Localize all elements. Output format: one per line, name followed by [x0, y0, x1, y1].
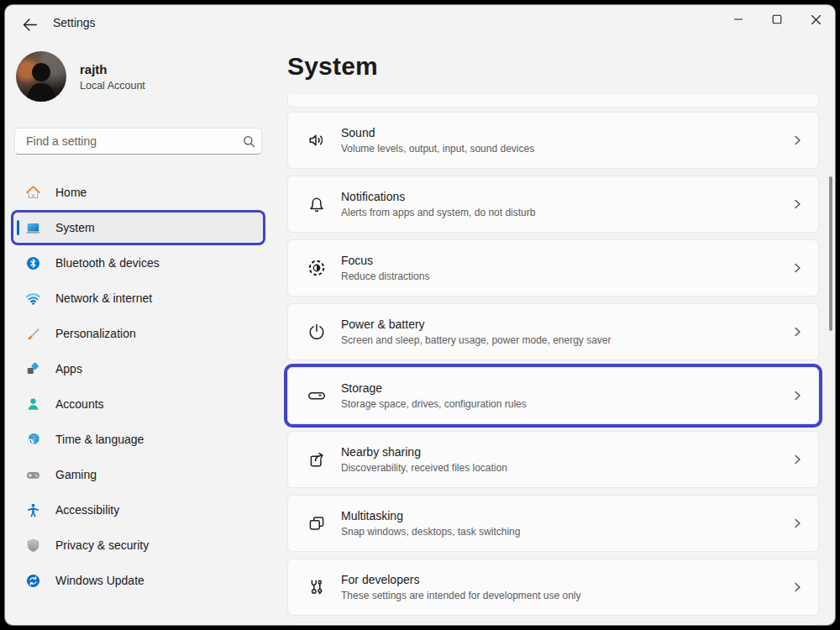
bluetooth-icon [25, 255, 41, 271]
sidebar-item-label: Privacy & security [55, 538, 149, 552]
accessibility-icon [25, 502, 41, 518]
minimize-button[interactable] [719, 5, 758, 34]
sidebar-item-personalization[interactable]: Personalization [13, 318, 263, 349]
card-focus[interactable]: FocusReduce distractions [287, 239, 819, 297]
title-bar: Settings [5, 5, 835, 42]
sidebar-item-apps[interactable]: Apps [13, 354, 263, 384]
sound-icon [306, 129, 328, 151]
account-type: Local Account [80, 80, 145, 92]
home-icon [25, 185, 41, 201]
sidebar-item-home[interactable]: Home [13, 177, 263, 207]
multitasking-icon [306, 512, 328, 534]
accounts-icon [25, 396, 41, 412]
card-storage[interactable]: StorageStorage space, drives, configurat… [287, 367, 819, 424]
card-for-developers[interactable]: For developersThese settings are intende… [287, 559, 819, 616]
time-language-icon [25, 432, 41, 448]
sidebar-item-time-language[interactable]: Time & language [13, 424, 263, 454]
power-icon [306, 321, 328, 343]
sidebar-item-privacy-security[interactable]: Privacy & security [13, 530, 263, 560]
sidebar-item-label: System [55, 221, 95, 234]
minimize-icon [733, 14, 743, 24]
network-icon [25, 291, 41, 307]
sidebar-item-label: Time & language [55, 433, 144, 446]
sidebar-item-system[interactable]: System [13, 213, 263, 243]
sidebar-item-accounts[interactable]: Accounts [13, 389, 263, 419]
system-icon [25, 220, 41, 236]
sidebar-item-label: Network & internet [55, 291, 152, 305]
window-controls [719, 5, 835, 34]
sidebar-item-label: Gaming [55, 468, 97, 481]
chevron-right-icon [791, 198, 803, 210]
app-title: Settings [53, 16, 96, 29]
personalization-icon [25, 326, 41, 342]
card-subtitle: Volume levels, output, input, sound devi… [341, 143, 791, 155]
sidebar-item-label: Bluetooth & devices [55, 256, 160, 270]
card-title: Power & battery [341, 318, 791, 331]
card-subtitle: Screen and sleep, battery usage, power m… [341, 334, 791, 346]
privacy-security-icon [25, 538, 41, 554]
account-name: rajth [80, 62, 145, 76]
avatar-silhouette [16, 51, 66, 102]
page-title: System [287, 52, 378, 81]
selection-pill [17, 220, 19, 235]
developers-icon [306, 576, 328, 598]
card-notifications[interactable]: NotificationsAlerts from apps and system… [287, 176, 819, 233]
vertical-scrollbar[interactable] [829, 176, 832, 331]
nearby-sharing-icon [306, 449, 328, 470]
sidebar-item-bluetooth-devices[interactable]: Bluetooth & devices [13, 248, 263, 278]
close-button[interactable] [796, 5, 835, 34]
avatar [16, 51, 66, 102]
card-multitasking[interactable]: MultitaskingSnap windows, desktops, task… [287, 495, 819, 552]
notifications-icon [306, 193, 328, 215]
card-title: For developers [341, 573, 791, 586]
card-nearby-sharing[interactable]: Nearby sharingDiscoverability, received … [287, 431, 819, 488]
card-subtitle: Reduce distractions [341, 270, 791, 282]
card-power-battery[interactable]: Power & batteryScreen and sleep, battery… [287, 303, 819, 360]
sidebar-item-gaming[interactable]: Gaming [13, 459, 263, 490]
card-partial-above[interactable] [287, 94, 819, 108]
sidebar-item-label: Accounts [55, 397, 104, 411]
back-button[interactable] [16, 14, 43, 34]
sidebar-item-label: Apps [55, 362, 82, 375]
apps-icon [25, 361, 41, 377]
sidebar-item-label: Personalization [55, 327, 136, 340]
close-icon [811, 14, 822, 25]
card-title: Nearby sharing [341, 445, 791, 459]
chevron-right-icon [791, 517, 803, 529]
search-icon [243, 135, 255, 148]
settings-card-list: SoundVolume levels, output, input, sound… [287, 94, 819, 625]
account-text: rajth Local Account [80, 62, 145, 92]
card-sound[interactable]: SoundVolume levels, output, input, sound… [287, 112, 819, 169]
chevron-right-icon [791, 326, 803, 338]
search-box [14, 128, 262, 155]
chevron-right-icon [791, 134, 803, 146]
account-row[interactable]: rajth Local Account [16, 51, 268, 102]
card-subtitle: These settings are intended for developm… [341, 590, 791, 601]
chevron-right-icon [791, 581, 803, 593]
card-title: Multitasking [341, 509, 791, 522]
card-title: Focus [341, 254, 791, 267]
chevron-right-icon [791, 454, 803, 465]
card-subtitle: Discoverability, received files location [341, 462, 791, 474]
card-subtitle: Storage space, drives, configuration rul… [341, 398, 791, 410]
sidebar-item-label: Home [55, 186, 87, 199]
card-title: Storage [341, 381, 791, 395]
sidebar-item-label: Windows Update [55, 574, 144, 587]
settings-window: Settings rajth Local Account [5, 5, 835, 625]
storage-icon [306, 385, 328, 407]
sidebar-nav: Home System Bluetooth & devices Network … [13, 177, 263, 601]
search-input[interactable] [15, 134, 236, 148]
sidebar-item-accessibility[interactable]: Accessibility [13, 495, 263, 525]
focus-icon [306, 257, 328, 279]
windows-update-icon [25, 573, 41, 589]
chevron-right-icon [791, 390, 803, 402]
card-subtitle: Snap windows, desktops, task switching [341, 526, 791, 538]
sidebar-item-windows-update[interactable]: Windows Update [13, 565, 263, 596]
sidebar-item-label: Accessibility [55, 503, 119, 517]
chevron-right-icon [791, 262, 803, 274]
card-partial-below[interactable] [287, 622, 819, 625]
search-icon-wrap [236, 135, 261, 148]
sidebar-item-network-internet[interactable]: Network & internet [13, 283, 263, 313]
card-title: Notifications [341, 190, 791, 203]
maximize-button[interactable] [758, 5, 796, 34]
